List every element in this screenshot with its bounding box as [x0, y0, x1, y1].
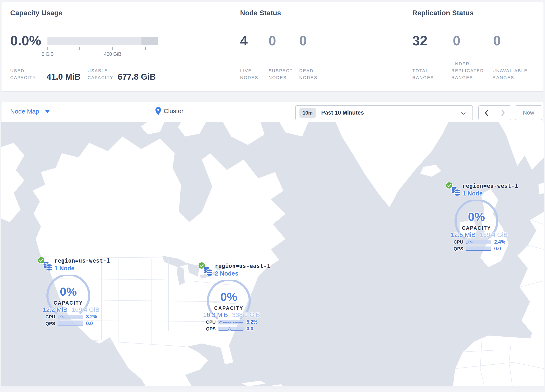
chevron-left-icon — [485, 109, 489, 117]
region-node-count[interactable]: 2 Nodes — [215, 270, 238, 277]
cpu-sparkline — [466, 240, 491, 244]
database-stack-icon — [203, 266, 213, 277]
capacity-usage-percent: 0.0% — [10, 33, 41, 49]
under-replicated-ranges-label: UNDER- REPLICATED RANGES — [451, 60, 484, 81]
total-ranges-count: 32 — [412, 33, 427, 49]
database-stack-icon — [451, 186, 461, 197]
chevron-right-icon — [501, 109, 505, 117]
capacity-bar-track — [47, 37, 142, 45]
qps-value: 0.0 — [247, 326, 253, 332]
region-usable-capacity: 338.9 GiB — [232, 311, 260, 318]
usable-capacity-value: 677.8 GiB — [118, 72, 156, 81]
view-mode-dropdown[interactable]: Node Map — [10, 108, 50, 115]
capacity-usage-bar: 0 GiB 400 GiB — [47, 37, 158, 45]
qps-label: QPS — [43, 321, 55, 326]
time-range-pager — [478, 105, 511, 120]
replication-status-title: Replication Status — [412, 9, 474, 17]
region-node-count[interactable]: 1 Node — [54, 265, 74, 272]
qps-sparkline — [218, 327, 244, 331]
cpu-label: CPU — [43, 314, 55, 320]
cpu-value: 2.4% — [494, 239, 505, 245]
cpu-sparkline — [218, 320, 244, 324]
suspect-nodes-label: SUSPECT NODES — [268, 67, 293, 81]
now-button[interactable]: Now — [515, 105, 542, 120]
breadcrumb-label: Cluster — [164, 107, 184, 115]
node-status-title: Node Status — [240, 9, 281, 17]
capacity-axis-tick — [145, 47, 146, 50]
qps-label: QPS — [203, 326, 216, 332]
gauge-percent: 0% — [453, 210, 499, 224]
region-usable-capacity: 169.4 GiB — [480, 231, 508, 238]
capacity-axis-tick — [47, 47, 48, 50]
dead-nodes-count: 0 — [299, 33, 307, 49]
region-name: region=us-east-1 — [215, 263, 270, 269]
chevron-down-icon — [461, 112, 466, 115]
under-replicated-ranges-count: 0 — [453, 33, 460, 49]
capacity-axis-label: 0 GiB — [31, 51, 64, 57]
capacity-axis-tick — [79, 47, 80, 50]
region-used-capacity: 12.2 MiB — [43, 306, 67, 313]
time-back-button[interactable] — [479, 106, 495, 120]
usable-capacity-label: USABLE CAPACITY — [87, 67, 113, 81]
qps-sparkline — [58, 321, 83, 326]
gauge-label: CAPACITY — [45, 300, 91, 306]
cpu-value: 3.2% — [86, 314, 97, 320]
used-capacity-value: 41.0 MiB — [47, 72, 81, 81]
dead-nodes-label: DEAD NODES — [299, 67, 317, 81]
cpu-label: CPU — [451, 239, 463, 245]
qps-sparkline — [466, 247, 491, 251]
capacity-axis-label: 400 GiB — [96, 51, 129, 57]
region-node-count[interactable]: 1 Node — [462, 190, 483, 197]
chevron-down-icon — [45, 110, 50, 113]
suspect-nodes-count: 0 — [268, 33, 276, 49]
cpu-value: 5.2% — [247, 319, 257, 325]
qps-label: QPS — [451, 246, 463, 251]
world-map — [1, 122, 544, 389]
view-mode-label: Node Map — [10, 108, 39, 115]
region-name: region=us-west-1 — [54, 258, 110, 264]
capacity-usage-title: Capacity Usage — [10, 9, 62, 17]
gauge-percent: 0% — [206, 290, 252, 304]
database-stack-icon — [43, 261, 53, 272]
live-nodes-count: 4 — [240, 33, 248, 49]
qps-value: 0.0 — [86, 321, 93, 326]
capacity-axis-tick — [112, 47, 113, 50]
breadcrumb[interactable]: Cluster — [155, 107, 184, 115]
unavailable-ranges-count: 0 — [493, 33, 501, 49]
gauge-label: CAPACITY — [453, 225, 499, 231]
live-nodes-label: LIVE NODES — [240, 67, 258, 81]
node-map[interactable]: region=us-west-1 1 Node 0% CAPACITY 12.2… — [1, 122, 544, 389]
map-bottom-strip — [1, 386, 544, 389]
cpu-sparkline — [58, 315, 83, 319]
time-range-value: Past 10 Minutes — [321, 110, 364, 116]
time-forward-button[interactable] — [495, 106, 511, 120]
gauge-label: CAPACITY — [206, 305, 252, 311]
cpu-label: CPU — [203, 319, 216, 325]
gauge-percent: 0% — [45, 285, 91, 298]
time-range-badge: 10m — [299, 108, 316, 118]
region-used-capacity: 16.3 MiB — [203, 311, 228, 318]
qps-value: 0.0 — [494, 246, 501, 251]
map-toolbar: Node Map Cluster 10m Past 10 Minutes Now — [1, 102, 544, 122]
cluster-summary-panel: Capacity Usage 0.0% 0 GiB 400 GiB USED C… — [1, 2, 544, 92]
region-usable-capacity: 169.4 GiB — [72, 306, 99, 313]
total-ranges-label: TOTAL RANGES — [412, 67, 434, 81]
time-range-dropdown[interactable]: 10m Past 10 Minutes — [295, 105, 473, 120]
unavailable-ranges-label: UNAVAILABLE RANGES — [493, 67, 528, 81]
region-name: region=eu-west-1 — [462, 183, 518, 189]
capacity-bar-reserved-segment — [142, 37, 158, 45]
used-capacity-label: USED CAPACITY — [10, 67, 36, 81]
location-pin-icon — [155, 107, 161, 115]
region-used-capacity: 12.5 MiB — [451, 231, 475, 238]
